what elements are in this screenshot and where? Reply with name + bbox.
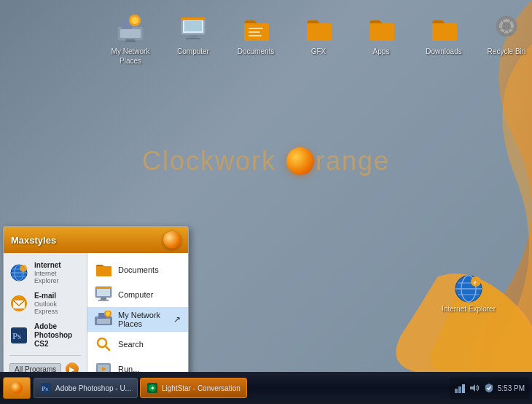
start-menu-app-photoshop[interactable]: Ps Adobe Photoshop CS2 <box>4 319 87 352</box>
svg-text:Ps: Ps <box>42 385 48 392</box>
desktop-icon-recycle-bin[interactable]: Recycle Bin <box>482 13 531 56</box>
start-menu-item-computer[interactable]: Computer <box>87 282 188 307</box>
photoshop-app-info: Adobe Photoshop CS2 <box>34 322 81 349</box>
tray-time: 5:53 PM <box>498 384 525 392</box>
sm-documents-icon <box>95 261 112 279</box>
desktop: My Network Places Computer <box>0 0 532 372</box>
taskbar: Ps Adobe Photoshop - U... ✦ LightStar - … <box>0 372 532 404</box>
taskbar-tasks: Ps Adobe Photoshop - U... ✦ LightStar - … <box>34 378 447 398</box>
desktop-icon-my-network-places[interactable]: My Network Places <box>106 13 155 66</box>
svg-rect-64 <box>462 384 465 393</box>
desktop-icon-apps[interactable]: Apps <box>356 13 406 56</box>
network-places-label: My Network Places <box>106 47 155 66</box>
all-programs-row[interactable]: All Programs ▶ <box>4 359 87 372</box>
desktop-icon-computer[interactable]: Computer <box>168 13 218 56</box>
photoshop-app-name: Adobe Photoshop CS2 <box>34 322 81 349</box>
svg-rect-12 <box>181 18 206 20</box>
desktop-icon-documents[interactable]: Documents <box>231 13 281 56</box>
recycle-bin-icon <box>491 13 522 44</box>
svg-rect-1 <box>120 29 141 38</box>
svg-rect-32 <box>101 298 106 300</box>
tray-network-icon[interactable] <box>454 382 466 394</box>
svg-rect-11 <box>186 38 200 39</box>
desktop-icon-downloads[interactable]: Downloads <box>419 13 469 56</box>
tray-volume-icon[interactable] <box>469 382 480 394</box>
start-menu-divider <box>9 355 81 356</box>
gfx-label: GFX <box>311 47 326 56</box>
photoshop-app-icon: Ps <box>9 326 28 345</box>
gfx-icon <box>303 13 334 44</box>
svg-point-18 <box>502 22 511 31</box>
start-menu-item-run[interactable]: Run... <box>87 357 188 372</box>
start-menu-header-orb <box>163 231 181 249</box>
sm-search-icon <box>95 335 112 353</box>
computer-label: Computer <box>177 47 209 56</box>
sm-search-label: Search <box>118 340 144 349</box>
svg-rect-34 <box>95 287 112 289</box>
start-menu-app-internet[interactable]: internet Internet Explorer <box>4 257 87 288</box>
sm-documents-label: Documents <box>118 265 159 274</box>
start-menu-body: internet Internet Explorer E-mail <box>4 253 188 372</box>
all-programs-label[interactable]: All Programs <box>9 363 61 373</box>
documents-label: Documents <box>238 47 275 56</box>
sm-network-label: My Network Places <box>118 311 166 328</box>
apps-label: Apps <box>373 47 390 56</box>
email-app-name: E-mail <box>34 292 81 300</box>
downloads-label: Downloads <box>426 47 461 56</box>
desktop-icons-row: My Network Places Computer <box>106 13 531 66</box>
svg-rect-36 <box>97 319 110 324</box>
svg-text:✦: ✦ <box>150 385 155 392</box>
start-menu-item-documents[interactable]: Documents <box>87 257 188 282</box>
start-menu-header: Maxstyles <box>4 227 188 253</box>
svg-rect-13 <box>249 28 263 29</box>
svg-rect-9 <box>184 21 202 31</box>
svg-rect-33 <box>98 300 109 301</box>
lightstar-task-icon: ✦ <box>146 382 158 394</box>
lightstar-task-label: LightStar - Conversation <box>162 384 240 392</box>
start-button[interactable] <box>3 377 31 399</box>
computer-icon <box>178 13 208 44</box>
photoshop-task-icon: Ps <box>40 382 52 394</box>
ie-app-icon <box>9 263 28 282</box>
svg-rect-63 <box>458 386 461 393</box>
start-menu-username: Maxstyles <box>11 235 56 246</box>
brand-text: Clockwork range <box>142 146 390 176</box>
all-programs-arrow: ▶ <box>66 362 79 372</box>
sm-run-label: Run... <box>118 365 139 372</box>
taskbar-task-lightstar[interactable]: ✦ LightStar - Conversation <box>140 378 247 398</box>
start-menu-item-search[interactable]: Search <box>87 332 188 357</box>
start-menu-item-network[interactable]: My Network Places ↗ <box>87 307 188 332</box>
cursor-indicator: ↗ <box>173 314 181 325</box>
sm-computer-label: Computer <box>118 290 153 299</box>
svg-rect-14 <box>249 31 260 33</box>
sm-run-icon <box>95 360 112 372</box>
desktop-icon-gfx[interactable]: GFX <box>294 13 343 56</box>
start-menu-left-panel: internet Internet Explorer E-mail <box>4 253 87 372</box>
start-menu-app-email[interactable]: E-mail Outlook Express <box>4 288 87 319</box>
taskbar-task-photoshop[interactable]: Ps Adobe Photoshop - U... <box>34 378 138 398</box>
start-menu-right-panel: Documents Computer <box>87 253 188 372</box>
brand-text-left: Clockwork <box>142 146 285 176</box>
sm-network-icon <box>95 311 112 328</box>
start-orb <box>11 382 23 394</box>
internet-app-sub: Internet Explorer <box>34 270 81 284</box>
svg-rect-31 <box>97 288 110 296</box>
svg-point-4 <box>131 17 138 24</box>
desktop-icon-ie[interactable]: e Internet Explorer <box>442 273 496 314</box>
apps-icon <box>366 13 396 44</box>
downloads-icon <box>429 13 459 44</box>
brand-orb <box>286 147 314 175</box>
photoshop-task-label: Adobe Photoshop - U... <box>55 384 131 392</box>
tray-security-icon[interactable] <box>483 382 495 394</box>
svg-point-39 <box>106 311 110 316</box>
ie-label: Internet Explorer <box>442 304 496 314</box>
start-menu: Maxstyles <box>3 226 189 372</box>
svg-rect-10 <box>189 35 197 38</box>
brand-text-right: range <box>316 146 390 176</box>
svg-text:e: e <box>474 279 477 286</box>
documents-icon <box>240 13 271 44</box>
internet-app-info: internet Internet Explorer <box>34 261 81 284</box>
svg-rect-15 <box>249 35 262 36</box>
svg-rect-6 <box>125 41 136 42</box>
ie-icon: e <box>453 273 484 304</box>
